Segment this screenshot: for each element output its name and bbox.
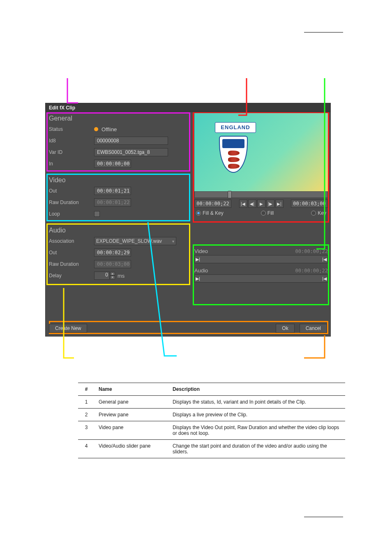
callout-lead-bottom	[304, 335, 337, 365]
radio-icon	[311, 211, 316, 216]
cell-desc: Displays the Video Out point, Raw Durati…	[168, 421, 345, 440]
audio-assoc-dropdown[interactable]: EXPLODE_WIPE_SLOW.wav	[94, 237, 176, 245]
preview-viewport: ENGLAND	[194, 113, 328, 191]
create-new-button[interactable]: Create New	[49, 324, 87, 333]
status-value: Offline	[101, 126, 117, 132]
tracks-pane: Video 00:00:00;22 ▶| |◀ Audio 00:00:00;2…	[194, 248, 328, 283]
timecode-current: 00:00:00;22	[194, 200, 231, 208]
preview-badge: ENGLAND	[215, 122, 256, 133]
general-title: General	[49, 115, 186, 122]
audio-delay-input[interactable]: 0	[94, 272, 110, 280]
go-end-button[interactable]: ▶|	[275, 200, 284, 208]
cell-name: General pane	[95, 396, 168, 409]
track-audio-slider[interactable]: ▶| |◀	[194, 274, 328, 283]
cell-name: Preview pane	[95, 409, 168, 421]
audio-assoc-value: EXPLODE_WIPE_SLOW.wav	[96, 238, 162, 244]
id8-value: 00000008	[94, 137, 168, 145]
cell-num: 3	[78, 421, 95, 440]
id8-label: Id8	[49, 138, 94, 144]
radio-icon	[196, 211, 201, 216]
cell-desc: Displays a live preview of the Clip.	[168, 409, 345, 421]
audio-delay-unit: ms	[118, 273, 125, 279]
go-start-button[interactable]: |◀	[239, 200, 247, 208]
track-handle-left-icon[interactable]: ▶|	[196, 257, 200, 262]
shield-lion-icon	[228, 164, 240, 169]
shield-lion-icon	[228, 157, 240, 162]
radio-fill-and-key[interactable]: Fill & Key	[196, 210, 224, 216]
scrub-handle[interactable]	[228, 191, 232, 198]
cell-num: 2	[78, 409, 95, 421]
preview-shield-graphic	[219, 136, 248, 173]
cell-desc: Change the start point and duration of t…	[168, 440, 345, 458]
video-out-label: Out	[49, 188, 94, 194]
edit-clip-window: Edit fX Clip General Status Offline Id8 …	[45, 103, 331, 337]
track-handle-right-icon[interactable]: |◀	[322, 276, 327, 281]
video-raw-value: 00:00:01;22	[94, 198, 131, 207]
track-handle-left-icon[interactable]: ▶|	[196, 276, 200, 281]
audio-delay-label: Delay	[49, 273, 94, 279]
radio-fill-label: Fill	[267, 210, 274, 216]
cancel-button[interactable]: Cancel	[300, 324, 327, 333]
step-fwd-button[interactable]: |▶	[266, 200, 274, 208]
track-video-slider[interactable]: ▶| |◀	[194, 255, 328, 263]
th-num: #	[78, 383, 95, 396]
video-title: Video	[49, 176, 186, 184]
radio-key[interactable]: Key	[311, 210, 326, 216]
th-desc: Description	[168, 383, 345, 396]
in-label: In	[49, 161, 94, 167]
video-pane: Video Out 00:00:01;21 Raw Duration 00:00…	[46, 174, 189, 224]
varid-value: EWBS0001_0052.tga_8	[94, 148, 168, 156]
audio-out-value[interactable]: 00:00:02;29	[94, 248, 131, 257]
radio-icon	[261, 211, 266, 216]
video-raw-label: Raw Duration	[49, 200, 94, 205]
audio-title: Audio	[49, 227, 186, 234]
track-video-tc: 00:00:00;22	[295, 248, 328, 254]
delay-step-down-icon[interactable]: ▾	[110, 276, 115, 279]
audio-assoc-label: Association	[49, 238, 94, 244]
radio-fillkey-label: Fill & Key	[203, 210, 224, 216]
video-loop-checkbox[interactable]	[94, 211, 100, 217]
timecode-duration: 00:00:03;00	[291, 200, 328, 208]
audio-out-label: Out	[49, 250, 94, 255]
track-video-label: Video	[194, 248, 208, 254]
video-loop-label: Loop	[49, 211, 94, 217]
table-row: 4 Video/Audio slider pane Change the sta…	[78, 440, 345, 458]
radio-key-label: Key	[318, 210, 326, 216]
status-label: Status	[49, 126, 94, 132]
audio-raw-value: 00:00:03;00	[94, 260, 131, 268]
page-header-rule	[304, 32, 343, 33]
track-audio-tc: 00:00:00;22	[295, 268, 328, 274]
audio-raw-label: Raw Duration	[49, 261, 94, 267]
table-row: 1 General pane Displays the status, Id, …	[78, 396, 345, 409]
table-row: 2 Preview pane Displays a live preview o…	[78, 409, 345, 421]
ok-button[interactable]: Ok	[276, 324, 294, 333]
cell-name: Video pane	[95, 421, 168, 440]
status-indicator-icon	[94, 127, 98, 131]
cell-num: 1	[78, 396, 95, 409]
step-back-button[interactable]: ◀|	[248, 200, 256, 208]
th-name: Name	[95, 383, 168, 396]
varid-label: Var ID	[49, 149, 94, 155]
scrub-bar[interactable]	[194, 191, 328, 198]
play-button[interactable]: ▶	[257, 200, 265, 208]
page-footer-rule	[304, 517, 343, 517]
cell-name: Video/Audio slider pane	[95, 440, 168, 458]
delay-step-up-icon[interactable]: ▴	[110, 272, 115, 276]
window-title: Edit fX Clip	[46, 103, 330, 112]
video-out-value[interactable]: 00:00:01;21	[94, 187, 131, 195]
track-handle-right-icon[interactable]: |◀	[322, 257, 327, 262]
shield-lion-icon	[228, 151, 240, 156]
cell-num: 4	[78, 440, 95, 458]
table-row: 3 Video pane Displays the Video Out poin…	[78, 421, 345, 440]
audio-pane: Audio Association EXPLODE_WIPE_SLOW.wav …	[46, 224, 189, 286]
general-pane: General Status Offline Id8 00000008 Var …	[46, 112, 189, 174]
cell-desc: Displays the status, Id, variant and In …	[168, 396, 345, 409]
legend-table: # Name Description 1 General pane Displa…	[78, 383, 345, 458]
radio-fill[interactable]: Fill	[261, 210, 274, 216]
in-value[interactable]: 00:00:00;00	[94, 160, 131, 168]
track-audio-label: Audio	[194, 267, 208, 274]
